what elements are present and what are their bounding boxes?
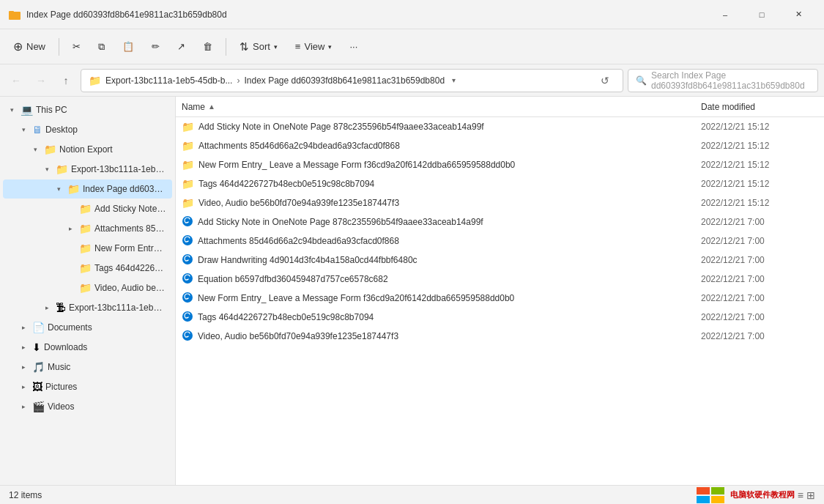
sidebar-item-attachments[interactable]: ▸ 📁 Attachments 85d46d66a2c94bdead6a93cf… [3, 219, 172, 238]
sidebar-item-export-1[interactable]: ▾ 📁 Export-13bc111a-1eb5-45db-b784-e8c63… [3, 160, 172, 179]
sidebar-item-export-2[interactable]: ▸ 🗜 Export-13bc111a-1eb5-45db-b784-e8c63… [3, 298, 172, 317]
new-button[interactable]: ⊕ New [6, 36, 53, 57]
file-name: New Form Entry_ Leave a Message Form f36… [198, 160, 701, 170]
watermark: 电脑软硬件教程网 [697, 487, 795, 503]
sidebar-item-tags[interactable]: ▸ 📁 Tags 464d4226727b48ecb0e519c98c8b709… [3, 259, 172, 278]
addressbar: ← → ↑ 📁 Export-13bc111a-1eb5-45db-b... ›… [0, 64, 824, 97]
table-row[interactable]: Tags 464d4226727b48ecb0e519c98c8b7094 20… [176, 308, 824, 327]
sidebar-item-documents[interactable]: ▸ 📄 Documents [3, 318, 172, 337]
toolbar-separator-1 [59, 38, 59, 56]
titlebar-left: Index Page dd60393fd8b641e9811ac31b659db… [9, 9, 227, 21]
col-date-header[interactable]: Date modified [701, 102, 818, 112]
sidebar-item-video-audio[interactable]: ▸ 📁 Video, Audio be56b0fd70e94a939fe1235… [3, 278, 172, 297]
close-button[interactable]: ✕ [782, 3, 815, 26]
file-name: Add Sticky Note in OneNote Page 878c2355… [198, 217, 701, 227]
sidebar-item-pictures[interactable]: ▸ 🖼 Pictures [3, 377, 172, 396]
view-label: View [304, 41, 324, 52]
pictures-icon: 🖼 [32, 381, 42, 393]
plus-icon: ⊕ [13, 40, 23, 53]
up-button[interactable]: ↑ [56, 70, 76, 91]
file-name: Video, Audio be56b0fd70e94a939fe1235e187… [198, 331, 701, 341]
file-name: Attachments 85d46d66a2c94bdead6a93cfacd0… [198, 236, 701, 246]
edge-icon [182, 273, 193, 286]
folder-icon: 📁 [79, 242, 92, 254]
expand-icon: ▸ [18, 341, 29, 353]
forward-button[interactable]: → [31, 70, 51, 91]
file-date: 2022/12/21 7:00 [701, 217, 818, 227]
file-name: New Form Entry_ Leave a Message Form f36… [198, 293, 701, 303]
main-area: ▾ 💻 This PC ▾ 🖥 Desktop ▾ 📁 Notion Expor… [0, 97, 824, 485]
rename-button[interactable]: ✏ [144, 37, 167, 56]
sort-button[interactable]: ⇅ Sort ▾ [232, 37, 285, 57]
table-row[interactable]: 📁 New Form Entry_ Leave a Message Form f… [176, 155, 824, 174]
sidebar-item-add-sticky[interactable]: ▸ 📁 Add Sticky Note in OneNote Page 878c… [3, 199, 172, 218]
sidebar: ▾ 💻 This PC ▾ 🖥 Desktop ▾ 📁 Notion Expor… [0, 97, 176, 485]
share-icon: ↗ [177, 41, 185, 52]
path-short: Export-13bc111a-1eb5-45db-b... [105, 75, 232, 86]
sidebar-item-desktop[interactable]: ▾ 🖥 Desktop [3, 120, 172, 139]
copy-button[interactable]: ⧉ [91, 37, 112, 56]
pc-icon: 💻 [21, 104, 33, 116]
expand-icon: ▸ [18, 322, 29, 333]
table-row[interactable]: Add Sticky Note in OneNote Page 878c2355… [176, 212, 824, 231]
new-label: New [26, 41, 45, 52]
sidebar-item-index-page[interactable]: ▾ 📁 Index Page dd60393fd8b641e9811ac31b6… [3, 179, 172, 199]
table-row[interactable]: New Form Entry_ Leave a Message Form f36… [176, 289, 824, 308]
minimize-button[interactable]: – [708, 3, 742, 26]
name-label: Name [182, 102, 205, 112]
file-date: 2022/12/21 15:12 [701, 179, 818, 189]
sidebar-item-music[interactable]: ▸ 🎵 Music [3, 357, 172, 377]
folder-icon [9, 9, 21, 21]
folder-icon: 📁 [79, 203, 92, 215]
cut-button[interactable]: ✂ [65, 37, 88, 56]
sidebar-label: Desktop [45, 125, 78, 135]
table-row[interactable]: 📁 Add Sticky Note in OneNote Page 878c23… [176, 117, 824, 136]
col-name-header[interactable]: Name ▲ [182, 102, 701, 112]
list-view-icon[interactable]: ≡ [798, 489, 803, 501]
delete-button[interactable]: 🗑 [196, 37, 220, 56]
view-chevron-icon: ▾ [328, 43, 332, 51]
search-box[interactable]: 🔍 Search Index Page dd60393fd8b641e9811a… [628, 69, 818, 92]
table-row[interactable]: Equation b6597dfbd360459487d757ce6578c68… [176, 270, 824, 289]
file-date: 2022/12/21 7:00 [701, 331, 818, 341]
sidebar-label: Index Page dd60393fd8b641e9811ac31b659db… [83, 184, 166, 194]
sidebar-label: Pictures [45, 382, 77, 392]
sidebar-item-notion-export[interactable]: ▾ 📁 Notion Export [3, 140, 172, 159]
edge-icon [182, 292, 193, 305]
folder-icon: 📁 [182, 159, 194, 171]
file-date: 2022/12/21 15:12 [701, 198, 818, 208]
file-name: Video, Audio be56b0fd70e94a939fe1235e187… [198, 198, 701, 208]
refresh-button[interactable]: ↺ [595, 70, 615, 91]
more-button[interactable]: ··· [342, 37, 365, 56]
table-row[interactable]: 📁 Video, Audio be56b0fd70e94a939fe1235e1… [176, 193, 824, 212]
sidebar-label: Downloads [44, 342, 87, 352]
desktop-icon: 🖥 [32, 124, 42, 136]
table-row[interactable]: 📁 Attachments 85d46d66a2c94bdead6a93cfac… [176, 136, 824, 155]
sidebar-label: This PC [36, 105, 67, 115]
paste-button[interactable]: 📋 [115, 37, 141, 56]
cut-icon: ✂ [73, 41, 81, 52]
documents-icon: 📄 [32, 322, 45, 333]
svg-rect-12 [711, 496, 724, 503]
expand-icon: ▾ [6, 104, 18, 116]
share-button[interactable]: ↗ [170, 37, 193, 56]
back-button[interactable]: ← [6, 70, 26, 91]
address-path[interactable]: 📁 Export-13bc111a-1eb5-45db-b... › Index… [81, 69, 623, 92]
sidebar-item-downloads[interactable]: ▸ ⬇ Downloads [3, 338, 172, 357]
sidebar-item-this-pc[interactable]: ▾ 💻 This PC [3, 100, 172, 119]
view-button[interactable]: ≡ View ▾ [288, 37, 340, 56]
sidebar-item-new-form[interactable]: ▸ 📁 New Form Entry_ Leave a Message Form… [3, 239, 172, 258]
folder-icon: 📁 [44, 144, 56, 155]
view-icon: ≡ [295, 41, 301, 52]
expand-icon: ▾ [53, 183, 64, 195]
sidebar-item-videos[interactable]: ▸ 🎬 Videos [3, 397, 172, 416]
grid-view-icon[interactable]: ⊞ [806, 489, 815, 501]
windows-logo-icon [697, 487, 726, 503]
table-row[interactable]: 📁 Tags 464d4226727b48ecb0e519c98c8b7094 … [176, 174, 824, 193]
maximize-button[interactable]: □ [745, 3, 779, 26]
table-row[interactable]: Video, Audio be56b0fd70e94a939fe1235e187… [176, 327, 824, 346]
table-row[interactable]: Draw Handwriting 4d9014d3fc4b4a158a0cd44… [176, 251, 824, 270]
expand-icon: ▸ [18, 401, 29, 412]
sidebar-label: Add Sticky Note in OneNote Page 878c2355… [94, 204, 166, 214]
table-row[interactable]: Attachments 85d46d66a2c94bdead6a93cfacd0… [176, 231, 824, 251]
